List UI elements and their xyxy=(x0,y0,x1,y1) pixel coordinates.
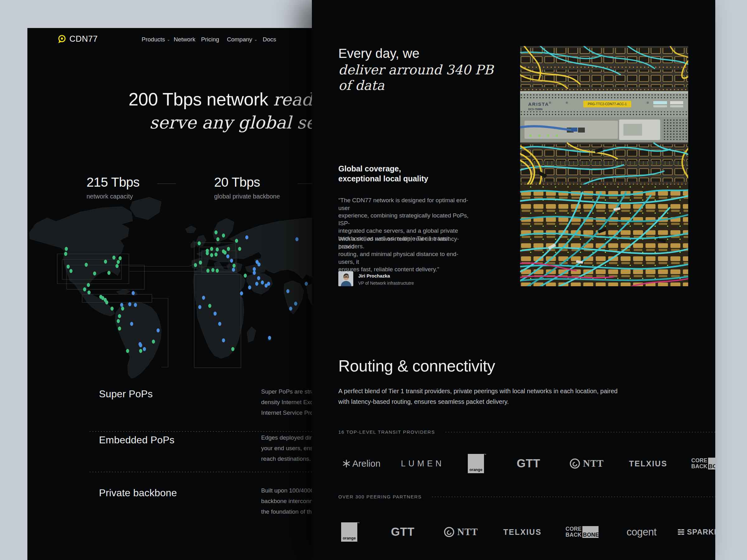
super-pop-dot xyxy=(119,256,122,260)
network-detail-panel: Every day, we deliver arround 340 PB of … xyxy=(312,0,715,560)
embedded-pop-dot xyxy=(257,276,260,280)
embedded-pop-dot xyxy=(120,303,123,307)
super-pop-dot xyxy=(216,269,219,273)
super-pop-dot xyxy=(117,319,120,323)
nav-pricing[interactable]: Pricing xyxy=(201,36,219,43)
logo-gtt: GTT xyxy=(517,451,540,477)
embedded-pop-dot xyxy=(245,236,248,240)
super-pop-dot xyxy=(70,269,73,273)
embedded-pop-dot xyxy=(289,307,292,311)
embedded-pop-dot xyxy=(295,237,299,241)
logo-cogent: cogent xyxy=(626,519,656,545)
nav-company[interactable]: Company⌄ xyxy=(227,36,257,43)
super-pop-dot xyxy=(112,256,115,260)
sparkle-bars-icon xyxy=(678,529,685,535)
super-pop-dot xyxy=(231,347,234,351)
embedded-pop-dot xyxy=(232,268,235,272)
super-pop-dot xyxy=(83,288,86,292)
super-pop-dot xyxy=(206,251,209,256)
embedded-pop-dot xyxy=(198,305,201,309)
super-pop-dot xyxy=(214,252,217,257)
cdn77-pin-icon xyxy=(57,34,66,44)
logo-lumen: LUMEN xyxy=(401,451,444,477)
embedded-pop-dot xyxy=(286,289,289,293)
super-pop-dot xyxy=(235,239,238,243)
super-pop-dot xyxy=(210,253,213,257)
routing-heading: Routing & connectivity xyxy=(338,356,495,375)
logo-telxius: TELXIUS xyxy=(503,519,542,545)
embedded-pop-dot xyxy=(255,282,258,286)
super-pop-dot xyxy=(139,349,142,353)
intro-heading-line3: of data xyxy=(338,78,384,93)
cdn77-logo[interactable]: CDN77 xyxy=(57,34,98,44)
nav-products[interactable]: Products⌄ xyxy=(141,36,170,43)
super-pop-dot xyxy=(67,265,70,269)
chevron-down-icon: ⌄ xyxy=(167,37,170,42)
routing-paragraph: A perfect blend of Tier 1 transit provid… xyxy=(338,386,618,407)
super-pop-dot xyxy=(126,349,129,353)
embedded-pop-dot xyxy=(264,284,268,288)
logo-orange: orange™ xyxy=(468,451,484,477)
embedded-pop-dot xyxy=(218,322,221,326)
avatar xyxy=(338,271,353,286)
embedded-pop-dot xyxy=(202,296,205,300)
super-pop-dot xyxy=(115,264,119,268)
divider xyxy=(157,184,176,184)
coverage-heading: Global coverage, exceptional local quali… xyxy=(338,164,428,184)
super-pop-dot xyxy=(214,231,217,235)
embedded-pop-dot xyxy=(240,292,243,296)
intro-heading-line2: deliver arround 340 PB xyxy=(338,62,493,77)
super-pop-dot xyxy=(117,260,120,264)
testimonial-person: Jiri Prochazka VP of Network infrastruct… xyxy=(338,271,414,286)
embedded-pop-dot xyxy=(226,255,229,259)
ntt-circle-icon xyxy=(569,458,581,469)
server-rack-photo: ARISTA DCS-7508N PRG-TTC2-CDN77-ACC-1 xyxy=(520,46,688,286)
logo-orange: orange™ xyxy=(341,519,357,545)
super-pop-dot xyxy=(87,283,90,287)
super-pop-dot xyxy=(93,272,96,276)
world-map-silhouette xyxy=(27,193,312,379)
embedded-pop-dot xyxy=(230,259,233,263)
super-pop-dot xyxy=(118,314,121,318)
svg-text:PRG-TTC2-CDN77-ACC-1: PRG-TTC2-CDN77-ACC-1 xyxy=(588,102,627,106)
person-name: Jiri Prochazka xyxy=(358,273,414,278)
logo-arelion: Arelion xyxy=(342,451,380,477)
logo-gtt: GTT xyxy=(391,519,414,545)
nav-docs[interactable]: Docs xyxy=(263,36,276,43)
transit-providers-label-row: 16 TOP-LEVEL TRANSIT PROVIDERS xyxy=(338,429,715,435)
logo-telxius: TELXIUS xyxy=(629,451,667,477)
super-pop-dot xyxy=(198,241,201,245)
super-pop-dot xyxy=(64,252,67,256)
dotted-rule xyxy=(431,497,715,497)
embedded-pop-dot xyxy=(157,328,160,332)
embedded-pop-dot xyxy=(130,322,133,326)
arelion-star-icon xyxy=(342,459,351,468)
super-pop-dot xyxy=(222,234,225,238)
nav-network[interactable]: Network xyxy=(174,36,196,43)
embedded-pop-dot xyxy=(139,344,142,348)
super-pop-dot xyxy=(65,247,68,251)
super-pop-dot xyxy=(121,307,124,311)
super-pop-dot xyxy=(199,261,202,265)
divider xyxy=(89,472,312,472)
super-pop-dot xyxy=(224,251,227,255)
embedded-pop-dot xyxy=(253,271,256,275)
embedded-pop-dot xyxy=(143,347,146,351)
svg-text:ARISTA: ARISTA xyxy=(528,101,549,107)
super-pop-dot xyxy=(238,247,241,251)
super-pop-dot xyxy=(152,340,155,344)
peering-partners-label-row: OVER 300 PEERING PARTNERS xyxy=(338,494,715,499)
super-pop-dot xyxy=(216,248,219,252)
logo-ntt: NTT xyxy=(569,451,604,477)
embedded-pop-dot xyxy=(294,302,297,306)
super-pop-dot xyxy=(244,274,247,278)
intro-heading-line1: Every day, we xyxy=(338,46,419,61)
super-pop-dot xyxy=(227,247,230,251)
logo-ntt: NTT xyxy=(443,519,478,545)
embedded-pop-dot xyxy=(128,302,131,306)
super-pop-dot xyxy=(118,327,121,331)
super-pop-dot xyxy=(211,268,214,272)
embedded-pop-dot xyxy=(213,312,216,316)
logo-corebackbone: COREBACKBONE xyxy=(566,519,598,545)
embedded-pop-dot xyxy=(134,303,137,307)
